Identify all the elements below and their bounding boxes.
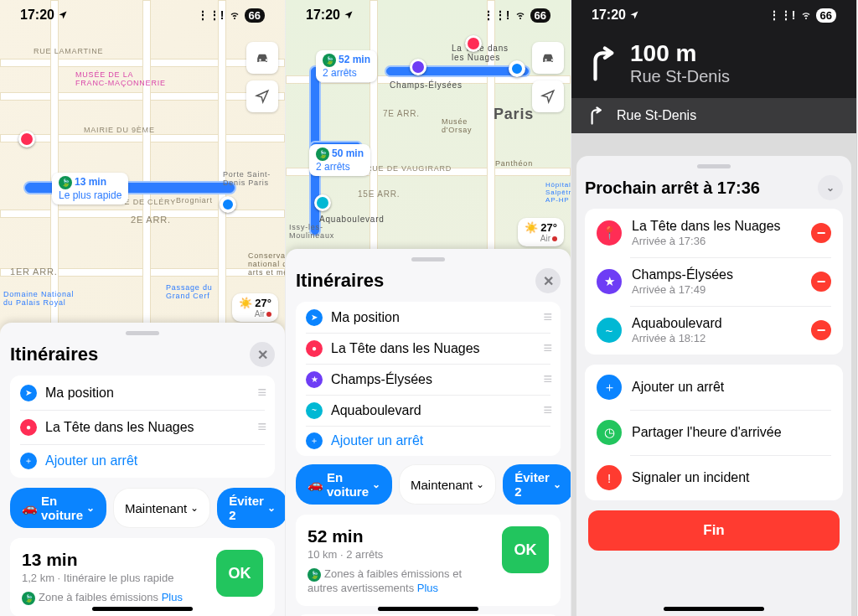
report-incident-action[interactable]: ! Signaler un incident <box>585 455 843 500</box>
location-icon: ➤ <box>306 309 323 326</box>
remove-stop-button[interactable]: − <box>811 272 831 292</box>
stop-row[interactable]: ~ Aquaboulevard Arrivée à 18:12 − <box>585 306 843 355</box>
weather-widget[interactable]: ☀️ 27° Air <box>518 218 564 246</box>
map-label: Brogniart <box>176 196 213 204</box>
stop-row-1[interactable]: ● La Tête dans les Nuages ≡ <box>296 333 561 364</box>
stop-pin-3[interactable] <box>314 194 331 211</box>
transport-mode-pill[interactable]: 🚗 En voiture ⌄ <box>296 464 392 505</box>
end-navigation-button[interactable]: Fin <box>588 510 840 551</box>
stop-row-origin[interactable]: ➤ Ma position ≡ <box>296 302 561 333</box>
route-callout[interactable]: 🍃52 min 2 arrêts <box>316 50 377 82</box>
sheet-title: Prochain arrêt à 17:36 <box>585 179 760 198</box>
route-advisory: 🍃Zone à faibles émissions Plus <box>22 591 206 605</box>
weather-widget[interactable]: ☀️ 27° Air <box>232 293 278 322</box>
home-indicator[interactable] <box>92 607 193 611</box>
stop-pin-1[interactable] <box>465 35 482 52</box>
status-time: 17:20 <box>306 8 340 23</box>
home-indicator[interactable] <box>664 607 764 611</box>
start-route-button[interactable]: OK <box>216 550 263 597</box>
map-label: Hôpital Salpêtriè AP-HP <box>545 181 571 204</box>
plus-icon: ＋ <box>306 432 323 449</box>
sheet-title: Itinéraires <box>296 270 384 292</box>
route-duration: 13 min <box>22 550 206 570</box>
map-label: Issy-les- Moulineaux <box>289 223 334 240</box>
stop-pin-2[interactable] <box>410 59 426 75</box>
vehicle-mode-button[interactable] <box>246 42 278 74</box>
route-duration: 52 min <box>308 526 492 546</box>
star-icon: ★ <box>597 269 622 294</box>
cellular-icon: ⋮⋮! <box>483 8 510 22</box>
recenter-button[interactable] <box>246 80 278 112</box>
destination-pin[interactable] <box>18 131 35 148</box>
route-option[interactable]: 52 min 10 km · 2 arrêts 🍃Zones à faibles… <box>296 515 561 606</box>
reorder-handle-icon[interactable]: ≡ <box>543 339 550 357</box>
stop-row-add[interactable]: ＋ Ajouter un arrêt <box>10 444 275 478</box>
recenter-button[interactable] <box>532 80 564 112</box>
stop-row-3[interactable]: ~ Aquaboulevard ≡ <box>296 395 561 426</box>
home-indicator[interactable] <box>378 607 478 611</box>
vehicle-mode-button[interactable] <box>532 42 564 74</box>
nav-distance: 100 m <box>630 40 730 67</box>
close-button[interactable]: ✕ <box>535 268 561 293</box>
stop-row[interactable]: ★ Champs-Élysées Arrivée à 17:49 − <box>585 257 843 306</box>
wifi-icon <box>799 10 813 20</box>
map-label: Aquaboulevard <box>319 215 385 224</box>
map-label: RUE LAMARTINE <box>34 47 103 55</box>
stop-row-destination[interactable]: ● La Tête dans les Nuages ≡ <box>10 410 275 444</box>
reorder-handle-icon[interactable]: ≡ <box>257 384 265 401</box>
routes-sheet[interactable]: Itinéraires ✕ ➤ Ma position ≡ ● La Tête … <box>0 323 285 616</box>
route-details: 1,2 km · Itinéraire le plus rapide <box>22 572 206 584</box>
sheet-grabber[interactable] <box>697 164 731 168</box>
route-callout[interactable]: 🍃13 min Le plus rapide <box>52 173 128 204</box>
current-location-pin[interactable] <box>220 196 236 213</box>
stop-row-add[interactable]: ＋ Ajouter un arrêt <box>296 426 561 456</box>
map-label: Domaine National du Palais Royal <box>3 290 74 307</box>
stop-row-origin[interactable]: ➤ Ma position ≡ <box>10 375 275 410</box>
tray-sheet[interactable]: Prochain arrêt à 17:36 ⌄ 📍 La Tête dans … <box>576 156 851 616</box>
sheet-grabber[interactable] <box>411 257 445 261</box>
current-location-pin[interactable] <box>509 60 525 77</box>
map-label: Porte Saint- Denis Paris <box>223 170 271 187</box>
route-callout-alt[interactable]: 🍃50 min 2 arrêts <box>309 144 370 176</box>
depart-time-pill[interactable]: Maintenant ⌄ <box>113 488 210 528</box>
sheet-title: Itinéraires <box>10 344 98 365</box>
transport-mode-pill[interactable]: 🚗 En voiture ⌄ <box>10 488 106 528</box>
share-icon: ◷ <box>597 420 622 445</box>
remove-stop-button[interactable]: − <box>811 320 831 340</box>
map-label: 7E ARR. <box>383 109 420 118</box>
screen-1-routes-simple: 17:20 ⋮⋮! 66 RUE LAMARTINE Musée de la F… <box>0 0 286 616</box>
start-route-button[interactable]: OK <box>502 526 549 573</box>
battery-icon: 66 <box>816 8 836 23</box>
avoid-pill[interactable]: Éviter 2 ⌄ <box>503 464 571 505</box>
reorder-handle-icon[interactable]: ≡ <box>543 401 550 419</box>
pin-icon: ● <box>20 419 37 436</box>
route-option[interactable]: 13 min 1,2 km · Itinéraire le plus rapid… <box>10 538 275 616</box>
reorder-handle-icon[interactable]: ≡ <box>257 418 265 436</box>
stop-row-2[interactable]: ★ Champs-Élysées ≡ <box>296 364 561 395</box>
add-stop-action[interactable]: ＋ Ajouter un arrêt <box>585 365 843 410</box>
reorder-handle-icon[interactable]: ≡ <box>543 370 550 388</box>
routes-sheet[interactable]: Itinéraires ✕ ➤ Ma position ≡ ● La Tête … <box>286 249 571 616</box>
map-label: 2E ARR. <box>131 215 171 225</box>
status-time: 17:20 <box>592 8 626 23</box>
remove-stop-button[interactable]: − <box>811 223 831 243</box>
collapse-button[interactable]: ⌄ <box>818 175 843 200</box>
avoid-pill[interactable]: Éviter 2 ⌄ <box>217 488 286 528</box>
reorder-handle-icon[interactable]: ≡ <box>543 308 550 326</box>
navigation-next-step[interactable]: Rue St-Denis <box>571 98 856 133</box>
alert-icon: ! <box>597 465 622 490</box>
screen-2-routes-multistop: 17:20 ⋮⋮! 66 La Tête dans les Nuages Cha… <box>286 0 571 616</box>
wifi-icon <box>514 10 527 20</box>
close-button[interactable]: ✕ <box>250 342 275 367</box>
depart-time-pill[interactable]: Maintenant ⌄ <box>399 464 496 505</box>
sheet-grabber[interactable] <box>126 331 159 335</box>
share-eta-action[interactable]: ◷ Partager l'heure d'arrivée <box>585 410 843 455</box>
filter-pills: 🚗 En voiture ⌄ Maintenant ⌄ Éviter 2 ⌄ <box>296 464 561 505</box>
nav-road: Rue St-Denis <box>630 67 730 86</box>
route-advisory: 🍃Zones à faibles émissions et autres ave… <box>308 567 492 594</box>
plus-icon: ＋ <box>20 453 37 469</box>
status-bar: 17:20 ⋮⋮! 66 <box>286 0 571 30</box>
star-icon: ★ <box>306 371 323 388</box>
stop-row[interactable]: 📍 La Tête dans les Nuages Arrivée à 17:3… <box>585 209 843 257</box>
swim-icon: ~ <box>306 402 323 419</box>
